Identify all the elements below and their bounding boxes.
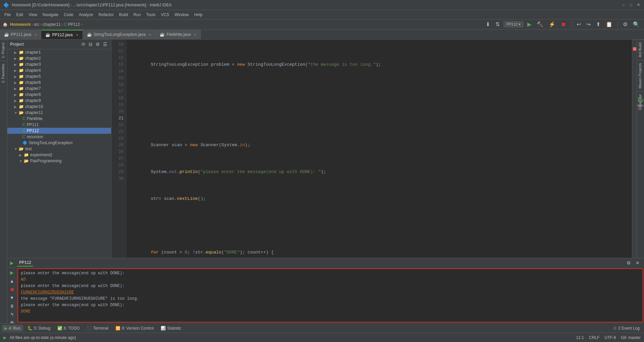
sync-icon[interactable]: ⟳ [80,41,87,47]
window-title: Homework [D:\Code\Homework] - ...\src\ch… [12,3,172,7]
menu-file[interactable]: File [2,11,13,18]
run-close-button[interactable]: ✕ [634,259,641,267]
collapse-all-icon[interactable]: ⊟ [88,41,94,47]
run-button[interactable]: ▶ [526,20,533,28]
close-button[interactable]: ✕ [636,3,641,7]
status-branch[interactable]: Git: master [621,335,641,340]
scroll-up-button[interactable]: ▲ [8,278,16,284]
bottom-tab-terminal[interactable]: ⬛ Terminal [84,325,111,332]
menu-run[interactable]: Run [131,11,144,18]
menu-refactor[interactable]: Refactor [96,11,116,18]
tab-pp111[interactable]: ☕ PP111.java ✕ [0,30,41,39]
sidebar-item-stringtoolong[interactable]: 🔷 StringTooLongException [7,140,111,146]
bottom-tab-statistic[interactable]: 📊 Statistic [158,325,184,332]
right-tab-ant[interactable]: Ant Build [637,40,644,60]
menu-window[interactable]: Window [172,11,192,18]
sidebar-item-filewrite[interactable]: C FileWrite [7,116,111,122]
right-panel: Ant Build Maven Projects Database 80% [637,40,644,258]
sidebar-item-chapter6[interactable]: ▶ 📁 chapter6 [7,79,111,86]
settings-button[interactable]: ⚙ [621,20,629,28]
pause-button[interactable]: ⏸ [8,303,16,309]
sidebar-item-chapter1[interactable]: ▶ 📁 chapter1 [7,49,111,55]
run-settings-button[interactable]: ⚙ [625,259,632,267]
tab-close-stl[interactable]: ✕ [149,33,151,37]
status-position[interactable]: 11:1 [576,335,584,340]
vcs-commit[interactable]: ↪ [585,20,592,28]
nav-chapter[interactable]: chapter11 [43,22,60,27]
sidebar-item-chapter10[interactable]: ▶ 📁 chapter10 [7,104,111,110]
run-tab-pp112[interactable]: PP112 [17,259,33,267]
run-output-container: please enter the message(end up with DON… [17,268,644,323]
status-encoding[interactable]: UTF-8 [604,335,616,340]
folder-icon: 📁 [19,62,24,67]
sidebar-item-chapter7[interactable]: ▶ 📁 chapter7 [7,86,111,92]
vcs-history[interactable]: 📋 [604,20,614,28]
maximize-button[interactable]: □ [629,3,633,7]
menu-tools[interactable]: Tools [144,11,158,18]
sidebar-title: Project [10,42,24,47]
sidebar-item-pp111[interactable]: C PP111 [7,122,111,128]
clear-output-button[interactable]: 🗑 [8,320,16,323]
menu-code[interactable]: Code [61,11,76,18]
update-button[interactable]: ⇅ [494,20,501,28]
menu-navigate[interactable]: Navigate [40,11,61,18]
menu-edit[interactable]: Edit [13,11,26,18]
run-output[interactable]: please enter the message(end up with DON… [17,268,644,318]
arrow-icon: ▶ [14,105,19,109]
restart-run-button[interactable]: ▶ [8,269,16,276]
sidebar-item-chapter2[interactable]: ▶ 📁 chapter2 [7,55,111,61]
build-button[interactable]: 🔨 [535,20,545,28]
tab-pp112[interactable]: ☕ PP112.java ✕ [41,30,83,39]
bottom-tab-run[interactable]: ▶ 4: Run [2,325,23,332]
sidebar-item-recursion[interactable]: C recursion [7,134,111,140]
bottom-tab-vcs[interactable]: 🔀 9: Version Control [113,325,156,332]
search-button[interactable]: 🔍 [631,20,641,28]
sidebar-item-experiment2[interactable]: ▶ 📁 experiment2 [7,152,111,158]
sidebar-label-filewrite: FileWrite [27,116,43,121]
status-linesep[interactable]: CRLF [589,335,599,340]
minimize-button[interactable]: ─ [621,3,626,7]
wrap-output-button[interactable]: ↰ [8,311,16,318]
bottom-tab-eventlog-label: 2 Event Log [618,326,640,331]
debug-run-button[interactable]: ⚡ [547,20,557,28]
bottom-tab-debug[interactable]: 🐛 5: Debug [25,325,53,332]
stop-run-button[interactable]: ⏹ [8,286,16,293]
vcs-tab-icon: 🔀 [115,326,120,331]
left-tab-favorites[interactable]: 2: Favorites [0,61,7,86]
download-button[interactable]: ⬇ [484,20,492,28]
settings-sidebar-icon[interactable]: ⚙ [95,41,101,47]
sidebar-item-chapter5[interactable]: ▶ 📁 chapter5 [7,73,111,79]
right-tab-maven[interactable]: Maven Projects [637,60,644,91]
tab-close-fw[interactable]: ✕ [194,33,197,37]
menu-help[interactable]: Help [192,11,205,18]
sidebar-item-pairprogramming[interactable]: ▼ 📂 PairProgramming [7,158,111,164]
sidebar-label-chapter11: chapter11 [25,110,43,115]
menu-vcs[interactable]: VCS [158,11,172,18]
sidebar-item-test[interactable]: ▼ 📂 test [7,146,111,152]
vcs-push[interactable]: ⬆ [594,20,602,28]
menu-build[interactable]: Build [116,11,131,18]
sidebar-item-chapter3[interactable]: ▶ 📁 chapter3 [7,61,111,67]
tab-close-pp112[interactable]: ✕ [76,33,78,37]
scroll-down-button[interactable]: ▼ [8,294,16,301]
tab-filewrite[interactable]: ☕ FileWrite.java ✕ [156,30,201,39]
vcs-update[interactable]: ↩ [575,20,583,28]
bottom-tab-todo[interactable]: ✅ 6: TODO [55,325,83,332]
menu-view[interactable]: View [26,11,40,18]
sidebar-item-chapter9[interactable]: ▶ 📁 chapter9 [7,98,111,104]
tab-close-pp111[interactable]: ✕ [34,33,37,37]
sidebar-item-chapter11[interactable]: ▼ 📂 chapter11 [7,110,111,116]
branch-selector[interactable]: PP112 ▾ [503,21,524,27]
tab-stringtoolong[interactable]: ☕ StringTooLongException.java ✕ [83,30,156,39]
stop-button[interactable]: ⏹ [559,21,568,28]
bottom-tab-eventlog[interactable]: ② 2 Event Log [610,325,642,332]
nav-project[interactable]: Homework [10,22,31,27]
view-options-icon[interactable]: ☰ [102,41,108,47]
line-num: 12 [111,55,123,61]
sidebar-item-pp112[interactable]: C PP112 [7,128,111,134]
sidebar-item-chapter8[interactable]: ▶ 📁 chapter8 [7,92,111,98]
code-content[interactable]: StringTooLongException problem = new Str… [126,40,632,258]
menu-analyze[interactable]: Analyze [76,11,96,18]
sidebar-item-chapter4[interactable]: ▶ 📁 chapter4 [7,67,111,73]
left-tab-project[interactable]: 1: Project [0,40,7,61]
